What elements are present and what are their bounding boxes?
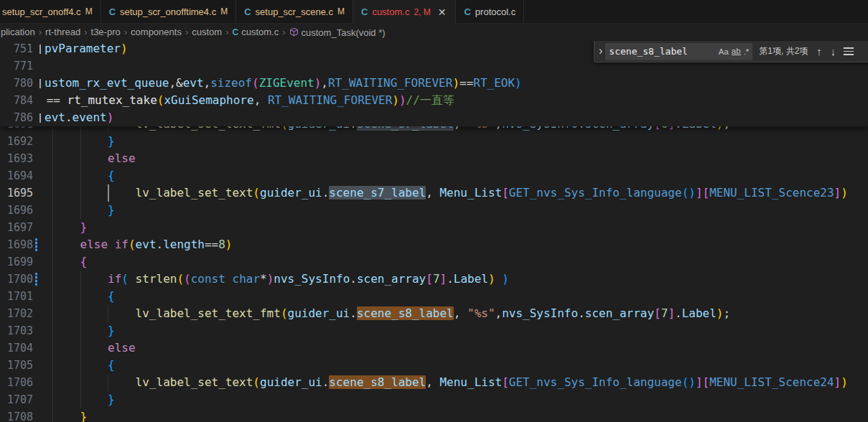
- token-b2: ]: [834, 375, 841, 389]
- token-va: nvs_SysInfo: [274, 272, 350, 286]
- breadcrumb: plication›rt-thread›t3e-pro›components›c…: [0, 24, 868, 40]
- line-number: 1691: [0, 126, 33, 133]
- code-line-content: {: [43, 357, 868, 374]
- code-line-1701[interactable]: 1701{: [0, 288, 868, 305]
- code-line-content: else: [43, 150, 868, 167]
- breadcrumb-item-custom[interactable]: custom: [191, 27, 223, 37]
- regex-icon[interactable]: .*: [744, 47, 750, 56]
- token-nu: 7: [433, 272, 440, 286]
- tab-protocol.c[interactable]: Cprotocol.c: [456, 0, 524, 23]
- gutter-marker-column: [33, 236, 43, 253]
- breadcrumb-item-file[interactable]: Ccustom.c: [232, 27, 280, 37]
- breadcrumb-item-rt-thread[interactable]: rt-thread: [45, 27, 81, 37]
- code-text[interactable]: lv_label_set_text(guider_ui.scene_s7_lab…: [43, 184, 868, 202]
- token-ty: char: [233, 272, 261, 286]
- code-line-1693[interactable]: 1693else: [0, 150, 868, 167]
- whole-word-icon[interactable]: ab: [732, 47, 741, 55]
- code-line-1705[interactable]: 1705{: [0, 357, 868, 374]
- code-line-1694[interactable]: 1694{: [0, 167, 868, 184]
- token-b3: ): [502, 272, 509, 286]
- token-b2: ]: [440, 272, 447, 286]
- c-file-icon: C: [244, 6, 251, 17]
- token-pl: [108, 238, 115, 251]
- code-line-1697[interactable]: 1697}: [0, 219, 868, 236]
- code-line-1702[interactable]: 1702lv_label_set_text_fmt(guider_ui.scen…: [0, 305, 868, 322]
- breadcrumb-item-symbol[interactable]: custom_Task(void *): [289, 27, 386, 38]
- tab-setup_scr_onofftime4.c[interactable]: Csetup_scr_onofftime4.cM: [101, 0, 237, 23]
- code-text[interactable]: if( strlen((const char*)nvs_SysInfo.scen…: [43, 271, 868, 288]
- code-text[interactable]: ustom_rx_evt_queue,&evt,sizeof(ZIGEvent)…: [33, 75, 868, 92]
- code-text[interactable]: lv_label_set_text_fmt(guider_ui.scene_s7…: [43, 126, 868, 133]
- token-b1: ): [225, 238, 233, 251]
- code-text[interactable]: else: [43, 150, 868, 167]
- vscode-window: setup_scr_onoff4.cMCsetup_scr_onofftime4…: [0, 0, 868, 40]
- code-text[interactable]: lv_label_set_text(guider_ui.scene_s8_lab…: [43, 374, 868, 391]
- token-b2: ]: [668, 306, 675, 320]
- code-text[interactable]: evt.event): [33, 109, 868, 126]
- code-line-content: }: [43, 322, 868, 339]
- code-line-786[interactable]: 786evt.event): [0, 109, 868, 126]
- match-case-icon[interactable]: Aa: [719, 47, 729, 56]
- token-ty: GET_nvs_Sys_Info_language: [509, 186, 682, 200]
- code-line-1706[interactable]: 1706lv_label_set_text(guider_ui.scene_s8…: [0, 374, 868, 391]
- find-prev-icon[interactable]: ↑: [816, 45, 822, 57]
- code-text[interactable]: }: [43, 322, 868, 339]
- code-area[interactable]: 1691lv_label_set_text_fmt(guider_ui.scen…: [0, 126, 868, 422]
- code-line-1707[interactable]: 1707}: [0, 391, 868, 408]
- code-line-1708[interactable]: 1708}: [0, 408, 868, 422]
- line-number: 771: [0, 57, 33, 75]
- line-number: 1701: [0, 288, 33, 305]
- token-ty: MENU_LIST_Scence24: [709, 375, 834, 389]
- code-line-1692[interactable]: 1692}: [0, 133, 868, 150]
- code-line-1698[interactable]: 1698else if(evt.length==8): [0, 236, 868, 253]
- breadcrumb-item-components[interactable]: components: [130, 27, 182, 37]
- code-line-784[interactable]: 784 == rt_mutex_take(xGuiSemaphore, RT_W…: [0, 92, 868, 109]
- token-pl: ==: [459, 76, 473, 90]
- code-line-1700[interactable]: 1700if( strlen((const char*)nvs_SysInfo.…: [0, 271, 868, 288]
- c-file-icon: C: [109, 6, 116, 17]
- token-hlo: scene_s8_label: [357, 306, 454, 320]
- toggle-replace-chevron-icon[interactable]: ›: [598, 44, 605, 59]
- token-pl: [225, 272, 233, 286]
- code-text[interactable]: lv_label_set_text_fmt(guider_ui.scene_s8…: [43, 305, 868, 322]
- line-number: 1696: [0, 202, 33, 219]
- breadcrumb-item-plication[interactable]: plication: [0, 27, 36, 37]
- code-text[interactable]: }: [43, 133, 868, 150]
- code-text[interactable]: else if(evt.length==8): [43, 236, 868, 253]
- token-va: guider_ui: [288, 126, 350, 131]
- line-number: 1692: [0, 133, 33, 150]
- code-text[interactable]: {: [43, 167, 868, 184]
- code-line-content: else: [43, 339, 868, 357]
- tab-setup_scr_onoff4.c[interactable]: setup_scr_onoff4.cM: [0, 0, 101, 23]
- code-text[interactable]: else: [43, 339, 868, 357]
- find-next-icon[interactable]: ↓: [831, 45, 836, 57]
- tab-setup_scr_scene.c[interactable]: Csetup_scr_scene.cM: [236, 0, 353, 23]
- code-text[interactable]: {: [43, 253, 868, 271]
- breadcrumb-item-t3e-pro[interactable]: t3e-pro: [90, 27, 121, 37]
- code-line-1696[interactable]: 1696}: [0, 202, 868, 219]
- token-pl: ,: [495, 306, 503, 320]
- code-line-1695[interactable]: 1695lv_label_set_text(guider_ui.scene_s7…: [0, 184, 868, 202]
- token-kw: else: [108, 341, 136, 355]
- code-line-1691[interactable]: 1691lv_label_set_text_fmt(guider_ui.scen…: [0, 126, 868, 133]
- code-line-1704[interactable]: 1704else: [0, 339, 868, 357]
- code-text[interactable]: }: [43, 219, 868, 236]
- editor[interactable]: 1691lv_label_set_text_fmt(guider_ui.scen…: [0, 40, 868, 422]
- code-text[interactable]: {: [43, 288, 868, 305]
- tab-custom.c[interactable]: Ccustom.c2, M✕: [353, 0, 456, 24]
- token-b3: (): [682, 186, 696, 200]
- token-va: Label: [682, 306, 717, 320]
- token-kw: if: [115, 238, 129, 251]
- token-ty: sizeof: [210, 76, 252, 90]
- code-line-1703[interactable]: 1703}: [0, 322, 868, 339]
- code-text[interactable]: }: [43, 202, 868, 219]
- find-in-selection-icon[interactable]: [844, 47, 854, 55]
- code-text[interactable]: == rt_mutex_take(xGuiSemaphore, RT_WAITI…: [33, 92, 868, 109]
- code-text[interactable]: }: [43, 391, 868, 408]
- code-line-780[interactable]: 780ustom_rx_evt_queue,&evt,sizeof(ZIGEve…: [0, 75, 868, 92]
- tab-close-icon[interactable]: ✕: [437, 6, 448, 18]
- code-text[interactable]: {: [43, 357, 868, 374]
- code-text[interactable]: }: [43, 408, 868, 422]
- code-line-1699[interactable]: 1699{: [0, 253, 868, 271]
- find-input[interactable]: scene_s8_label Aa ab .*: [605, 43, 752, 60]
